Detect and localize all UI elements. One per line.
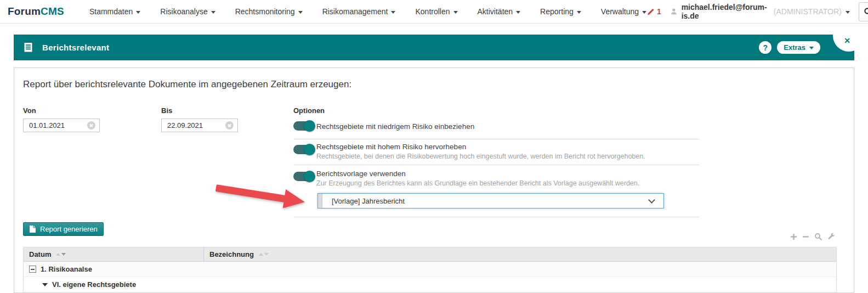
nav-item-label: Stammdaten: [89, 7, 133, 16]
add-icon[interactable]: [790, 233, 797, 240]
row-label: VI. eigene Rechtsgebiete: [52, 280, 136, 289]
toggle-low-risk[interactable]: [293, 121, 314, 131]
bis-date-input[interactable]: 22.09.2021: [161, 119, 238, 132]
collapse-icon[interactable]: [29, 266, 36, 273]
chevron-down-icon: [577, 11, 581, 14]
nav-item-label: Risikoanalyse: [160, 7, 207, 16]
remove-icon[interactable]: [802, 233, 809, 240]
chevron-down-icon: [648, 196, 655, 204]
template-select[interactable]: [Vorlage] Jahresbericht: [317, 193, 664, 209]
toggle-use-template-label: Berichtsvorlage verwenden: [316, 170, 406, 178]
help-label: ?: [763, 43, 768, 52]
nav-item-rechtsmonitoring[interactable]: Rechtsmonitoring: [235, 7, 303, 16]
chevron-down-icon: [516, 11, 520, 14]
logo-part-forum: Forum: [8, 5, 41, 17]
von-date-value: 01.01.2021: [29, 121, 65, 129]
edit-notifications-badge[interactable]: 1: [646, 7, 661, 16]
sort-asc-icon: [259, 253, 263, 256]
chevron-down-icon: [846, 11, 850, 14]
column-header-bezeichnung[interactable]: Bezeichnung: [204, 247, 269, 261]
sort-icons[interactable]: [259, 253, 269, 256]
table-row[interactable]: VI. eigene Rechtsgebiete: [24, 277, 836, 292]
nav-item-label: Rechtsmonitoring: [235, 7, 295, 16]
user-role: (ADMINISTRATOR): [774, 7, 842, 16]
page-title: Report über berichtsrelevante Dokumente …: [23, 79, 351, 90]
chevron-down-icon: [211, 11, 215, 14]
annotation-arrow-icon: [211, 176, 317, 214]
app-logo[interactable]: ForumCMS: [8, 5, 64, 18]
divider: [293, 217, 699, 217]
nav-item-label: Reporting: [540, 7, 574, 16]
nav-item-label: Kontrollen: [415, 7, 450, 16]
options-label: Optionen: [293, 106, 325, 115]
user-icon: [670, 7, 678, 16]
toggle-use-template[interactable]: [293, 172, 314, 181]
bis-date-value: 22.09.2021: [167, 121, 203, 129]
nav-item-label: Verwaltung: [601, 7, 639, 16]
von-label: Von: [23, 106, 36, 115]
sort-desc-icon: [61, 253, 66, 256]
user-email: michael.friedel@forum-is.de: [682, 3, 770, 20]
table-row[interactable]: 1. Risikoanalse: [24, 262, 836, 277]
extras-button[interactable]: Extras: [777, 41, 820, 54]
nav-item-verwaltung[interactable]: Verwaltung: [601, 7, 646, 16]
nav-item-stammdaten[interactable]: Stammdaten: [89, 7, 140, 16]
global-search-button[interactable]: [859, 2, 868, 21]
divider: [293, 139, 699, 139]
toggle-low-risk-label: Rechtsgebiete mit niedrigem Risiko einbe…: [316, 122, 474, 131]
module-title: Berichtsrelevant: [42, 43, 109, 52]
column-header-datum[interactable]: Datum: [24, 247, 204, 261]
edit-count: 1: [657, 7, 661, 16]
search-table-icon[interactable]: [814, 233, 822, 241]
logo-part-cms: CMS: [41, 5, 64, 17]
user-menu[interactable]: michael.friedel@forum-is.de (ADMINISTRAT…: [670, 3, 850, 20]
chevron-down-icon: [642, 11, 646, 14]
close-icon[interactable]: ✕: [844, 36, 850, 45]
generate-report-label: Report generieren: [40, 225, 98, 233]
toggle-highlight-high-risk[interactable]: [293, 145, 314, 154]
sort-desc-icon: [264, 253, 269, 256]
chevron-down-icon: [136, 11, 140, 14]
nav-item-risikoanalyse[interactable]: Risikoanalyse: [160, 7, 215, 16]
help-button[interactable]: ?: [759, 41, 771, 54]
table-toolbar: [790, 233, 836, 241]
chevron-down-icon: [391, 11, 395, 14]
report-panel: Report über berichtsrelevante Dokumente …: [14, 67, 854, 293]
nav-item-reporting[interactable]: Reporting: [540, 7, 581, 16]
chevron-down-icon: [298, 11, 303, 14]
nav-item-aktivitaeten[interactable]: Aktivitäten: [478, 7, 521, 16]
sort-asc-icon: [56, 253, 60, 256]
wrench-icon[interactable]: [827, 233, 836, 241]
generate-report-button[interactable]: Report generieren: [23, 222, 104, 236]
module-header-actions: ? Extras: [759, 41, 820, 54]
top-navigation-bar: ForumCMS Stammdaten Risikoanalyse Rechts…: [0, 0, 868, 24]
column-label: Bezeichnung: [209, 250, 254, 258]
module-header-bar: Berichtsrelevant ? Extras ✕: [14, 35, 854, 60]
search-icon: [864, 7, 868, 16]
document-icon: [22, 42, 34, 53]
nav-item-label: Risikomanagement: [322, 7, 388, 16]
toggle-highlight-high-risk-label: Rechtsgebiete mit hohem Risiko hervorheb…: [316, 143, 466, 151]
nav-item-label: Aktivitäten: [478, 7, 513, 16]
clear-icon[interactable]: [225, 121, 234, 129]
pencil-icon: [646, 8, 655, 16]
divider: [293, 165, 699, 165]
template-select-value: [Vorlage] Jahresbericht: [332, 197, 405, 205]
column-label: Datum: [29, 250, 51, 258]
nav-item-kontrollen[interactable]: Kontrollen: [415, 7, 457, 16]
toggle-highlight-high-risk-sublabel: Rechtsgebiete, bei denen die Risikobewer…: [316, 153, 645, 160]
bis-label: Bis: [161, 106, 172, 115]
table-header-row: Datum Bezeichnung: [24, 247, 836, 262]
main-navigation: Stammdaten Risikoanalyse Rechtsmonitorin…: [89, 7, 646, 16]
toggle-use-template-sublabel: Zur Erzeugung des Berichtes kann als Gru…: [316, 179, 639, 187]
expanded-triangle-icon[interactable]: [42, 283, 48, 286]
nav-item-risikomanagement[interactable]: Risikomanagement: [322, 7, 396, 16]
select-grip: [318, 194, 322, 208]
chevron-down-icon: [809, 47, 814, 49]
clear-icon[interactable]: [87, 121, 95, 129]
page-icon: [29, 225, 36, 233]
sort-icons[interactable]: [56, 253, 66, 256]
von-date-input[interactable]: 01.01.2021: [23, 119, 100, 132]
topbar-right-cluster: 1 michael.friedel@forum-is.de (ADMINISTR…: [646, 2, 868, 21]
extras-label: Extras: [784, 43, 805, 52]
